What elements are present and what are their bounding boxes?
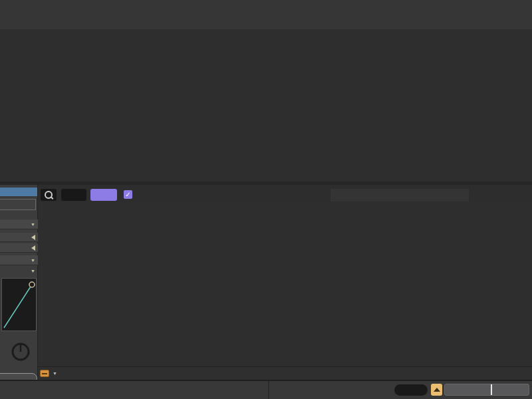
triangle-up-icon	[434, 388, 440, 392]
highlight-scale-checkbox[interactable]: ✓	[124, 190, 132, 199]
curve-knob[interactable]	[9, 340, 32, 363]
chevron-left-icon	[31, 245, 35, 251]
clip-detail-panel: ▼ ▼ ▼	[0, 185, 38, 380]
magnifier-handle	[51, 196, 54, 200]
pause-button[interactable]	[394, 384, 428, 396]
zoom-search-button[interactable]	[41, 189, 57, 201]
lane-divider	[491, 384, 492, 395]
clip-name-field[interactable]	[0, 199, 36, 210]
editor-toolbar: ✓	[38, 185, 532, 203]
chevron-down-icon: ▼	[31, 222, 35, 227]
expand-clip-view-button[interactable]	[431, 384, 442, 396]
ableton-live-window: ✓ ▼ ▼ ▼	[0, 0, 532, 399]
clip-panel-header[interactable]	[0, 188, 37, 196]
scale-button[interactable]	[90, 189, 117, 201]
clip-stepper-1[interactable]	[0, 233, 38, 242]
chevron-down-icon[interactable]: ▼	[53, 371, 57, 376]
envelope-param-row: ▼	[38, 366, 532, 380]
midi-note-editor	[38, 203, 532, 380]
status-divider	[268, 381, 269, 399]
automation-icon[interactable]	[40, 370, 49, 377]
fold-button[interactable]	[61, 189, 86, 201]
mpe-selector[interactable]: ▼	[0, 267, 35, 274]
editor-tab-bar	[331, 189, 469, 201]
status-bar	[0, 380, 532, 399]
curve-line	[2, 279, 36, 331]
lane-height-control[interactable]	[444, 384, 529, 396]
clip-dropdown-1[interactable]: ▼	[0, 219, 38, 229]
clip-dropdown-2[interactable]: ▼	[0, 255, 38, 265]
clip-stepper-2[interactable]	[0, 243, 38, 253]
mpe-curve-editor[interactable]	[1, 278, 37, 331]
automation-icon-line	[42, 373, 47, 374]
chevron-down-icon: ▼	[31, 269, 35, 273]
chevron-left-icon	[31, 235, 35, 240]
mixer-section	[0, 0, 532, 185]
chevron-down-icon: ▼	[31, 258, 35, 263]
